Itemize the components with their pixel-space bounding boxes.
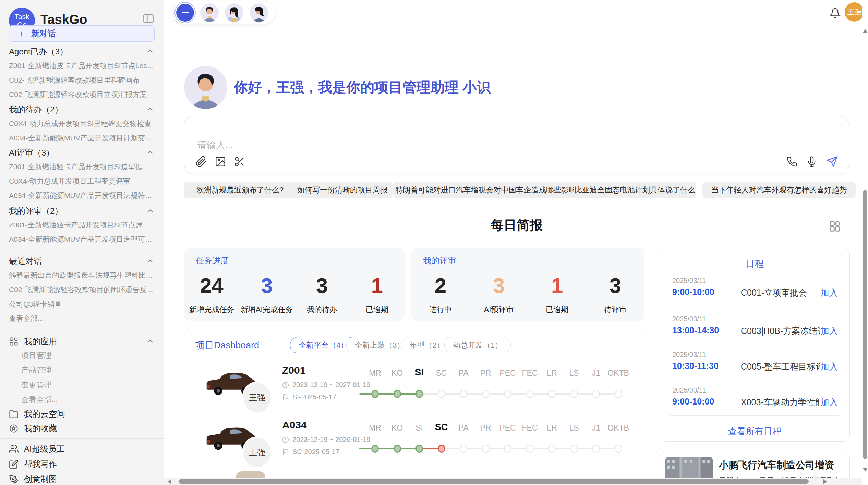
add-session-button[interactable] bbox=[176, 4, 194, 22]
horizontal-scrollbar[interactable] bbox=[164, 478, 862, 485]
sidebar-collapse-icon[interactable] bbox=[142, 12, 155, 25]
milestone-node[interactable] bbox=[570, 390, 578, 398]
chevron-up-icon[interactable] bbox=[146, 257, 155, 266]
chevron-up-icon[interactable] bbox=[146, 207, 155, 215]
attachment-icon[interactable] bbox=[195, 156, 207, 167]
milestone-node[interactable] bbox=[482, 445, 490, 453]
milestone-node[interactable] bbox=[592, 445, 600, 453]
sidebar-item-help-write[interactable]: 帮我写作 bbox=[9, 458, 155, 471]
view-all-schedule-link[interactable]: 查看所有日程 bbox=[660, 425, 849, 437]
milestone-node[interactable] bbox=[526, 445, 534, 453]
app-item-product-mgmt[interactable]: 产品管理 bbox=[21, 365, 155, 376]
phone-call-icon[interactable] bbox=[786, 156, 797, 167]
microphone-icon[interactable] bbox=[806, 156, 817, 167]
briefing-layout-icon[interactable] bbox=[828, 219, 842, 233]
scroll-right-arrow[interactable] bbox=[823, 479, 827, 484]
chevron-up-icon[interactable] bbox=[146, 337, 155, 346]
join-link[interactable]: 加入 bbox=[821, 325, 838, 337]
milestone-node[interactable] bbox=[460, 390, 467, 398]
recent-view-all[interactable]: 查看全部... bbox=[9, 313, 157, 324]
recent-chat-item[interactable]: 公司Q3轻卡销量 bbox=[9, 299, 157, 310]
project-code[interactable]: A034 bbox=[282, 419, 307, 431]
recent-chat-item[interactable]: 解释最新出台的欧盟报废车法规再生塑料比例被调至15%... bbox=[9, 270, 157, 281]
vertical-scrollbar-thumb[interactable] bbox=[863, 190, 867, 459]
milestone-node[interactable] bbox=[394, 390, 401, 398]
milestone-node[interactable] bbox=[371, 390, 379, 398]
chevron-up-icon[interactable] bbox=[146, 148, 155, 157]
apps-view-all[interactable]: 查看全部... bbox=[21, 394, 155, 405]
stat-value: 24 bbox=[200, 275, 224, 296]
assistant-avatar-3[interactable] bbox=[250, 3, 268, 22]
sidebar-item[interactable]: Z001-全新燃油皮卡产品开发项目SI节点Lesson Learn报告 bbox=[9, 60, 157, 71]
vertical-scrollbar[interactable] bbox=[862, 0, 868, 478]
milestone-node[interactable] bbox=[504, 390, 511, 398]
milestone-node[interactable] bbox=[438, 390, 445, 398]
news-title[interactable]: 小鹏飞行汽车制造公司增资 bbox=[719, 459, 844, 472]
suggestion-chip[interactable]: 特朗普可能对进口汽车增税会对中国车企造成哪些影响 bbox=[393, 182, 579, 198]
sidebar-item-favorites[interactable]: 我的收藏 bbox=[9, 422, 155, 435]
suggestion-chip[interactable]: 当下年轻人对汽车外观有怎样的喜好趋势 bbox=[702, 182, 856, 198]
sidebar-item[interactable]: C02-飞腾新能源轻客改款项目里程碑画布 bbox=[9, 75, 157, 86]
filter-chip-powertrain[interactable]: 动总开发（1） bbox=[444, 337, 511, 353]
scissors-icon[interactable] bbox=[234, 156, 245, 167]
section-my-review[interactable]: 我的评审（2） bbox=[9, 205, 155, 217]
sidebar-item-creative-draw[interactable]: 创意制图 bbox=[9, 473, 155, 485]
section-recent-chats[interactable]: 最近对话 bbox=[9, 256, 155, 267]
milestone-node[interactable] bbox=[504, 445, 511, 453]
horizontal-scrollbar-thumb[interactable] bbox=[179, 479, 809, 484]
milestone-node[interactable] bbox=[548, 445, 556, 453]
app-item-change-mgmt[interactable]: 变更管理 bbox=[21, 380, 155, 390]
recent-chat-item[interactable]: C02-飞腾新能源轻客改款项目的闭环通告反馈情况 bbox=[9, 284, 157, 295]
chat-input-box[interactable]: 请输入... bbox=[184, 116, 849, 174]
milestone-node[interactable] bbox=[460, 445, 467, 453]
sidebar-item-ai-employee[interactable]: AI超级员工 bbox=[9, 443, 155, 456]
milestone-node[interactable] bbox=[415, 390, 423, 398]
milestone-node[interactable] bbox=[394, 445, 401, 453]
section-my-todo[interactable]: 我的待办（2） bbox=[9, 104, 155, 115]
milestone-node[interactable] bbox=[371, 445, 379, 453]
sidebar-item[interactable]: C0X4-动力总成开发项目工程变更评审 bbox=[9, 176, 157, 187]
app-item-project-mgmt[interactable]: 项目管理 bbox=[21, 350, 155, 361]
sidebar-item[interactable]: C02-飞腾新能源轻客改款项目立项汇报方案 bbox=[9, 89, 157, 100]
milestone-node[interactable] bbox=[570, 445, 578, 453]
project-code[interactable]: Z001 bbox=[282, 364, 305, 376]
milestone-node[interactable] bbox=[526, 390, 534, 398]
suggestion-chip[interactable]: 如何写一份清晰的项目周报 bbox=[292, 182, 393, 198]
assistant-avatar-2[interactable] bbox=[225, 3, 243, 22]
milestone-node[interactable] bbox=[548, 390, 556, 398]
sidebar-item-cloud-space[interactable]: 我的云空间 bbox=[9, 408, 155, 421]
new-chat-button[interactable]: ＋ 新对话 bbox=[9, 25, 155, 42]
chevron-up-icon[interactable] bbox=[146, 47, 155, 56]
join-link[interactable]: 加入 bbox=[821, 287, 838, 298]
sidebar-item[interactable]: Z001-全新燃油轻卡产品开发项目SI节点属性5D文件评审 bbox=[9, 220, 157, 231]
join-link[interactable]: 加入 bbox=[821, 361, 838, 372]
section-ai-review[interactable]: AI评审（3） bbox=[9, 147, 155, 159]
assistant-avatar-1[interactable] bbox=[200, 3, 219, 22]
suggestion-chip[interactable]: 欧洲新规最近颁布了什么? bbox=[184, 182, 296, 198]
scroll-left-arrow[interactable] bbox=[168, 479, 171, 484]
milestone-node[interactable] bbox=[592, 390, 600, 398]
scroll-up-arrow[interactable] bbox=[863, 29, 868, 33]
image-upload-icon[interactable] bbox=[215, 156, 226, 167]
milestone-node[interactable] bbox=[438, 445, 445, 453]
creative-draw-label: 创意制图 bbox=[24, 474, 155, 485]
scroll-down-arrow[interactable] bbox=[863, 468, 868, 472]
sidebar-item[interactable]: A034-全新新能源MUV产品开发项目计划变更表编写 bbox=[9, 133, 157, 144]
section-agent-done[interactable]: Agent已办（3） bbox=[9, 46, 155, 58]
sidebar-item[interactable]: Z001-全新燃油轻卡产品开发项目SI造型提交物评审 bbox=[9, 161, 157, 172]
sidebar-item[interactable]: C0X4-动力总成开发项目SI里程碑提交物检查 bbox=[9, 118, 157, 129]
sidebar-item[interactable]: A034-全新新能源MUV产品开发项目造型可行性评审 bbox=[9, 234, 157, 245]
sidebar-item[interactable]: A034-全新新能源MUV产品开发项目法规符合性评审 bbox=[9, 190, 157, 201]
user-avatar[interactable]: 王强 bbox=[845, 2, 864, 22]
suggestion-chip[interactable]: 比亚迪全固态电池计划具体说了什么 bbox=[574, 182, 696, 198]
milestone-node[interactable] bbox=[615, 390, 622, 398]
send-icon[interactable] bbox=[826, 156, 838, 167]
schedule-event-name: X003-车辆动力学性能验... bbox=[741, 397, 820, 408]
milestone-node[interactable] bbox=[415, 445, 423, 453]
milestone-node[interactable] bbox=[482, 390, 490, 398]
chevron-up-icon[interactable] bbox=[146, 105, 155, 114]
milestone-node[interactable] bbox=[615, 445, 622, 453]
notification-bell-icon[interactable] bbox=[830, 8, 841, 18]
join-link[interactable]: 加入 bbox=[821, 397, 838, 408]
sidebar-item-my-apps[interactable]: 我的应用 bbox=[9, 335, 155, 348]
